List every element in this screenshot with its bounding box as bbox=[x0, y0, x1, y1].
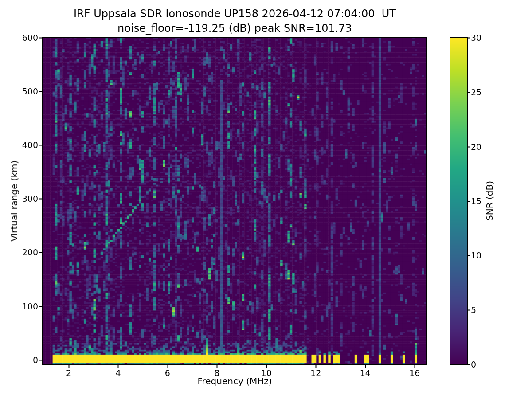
x-tick-label-8: 8 bbox=[214, 368, 219, 378]
x-tick-label-12: 12 bbox=[310, 368, 321, 378]
x-tick-label-16: 16 bbox=[409, 368, 420, 378]
colorbar-label: SNR (dB) bbox=[484, 181, 495, 221]
y-tick-label-300: 300 bbox=[0, 194, 38, 203]
x-tick-label-14: 14 bbox=[360, 368, 371, 378]
x-tick-label-6: 6 bbox=[165, 368, 170, 378]
y-tick-label-0: 0 bbox=[0, 355, 38, 365]
y-tick-label-100: 100 bbox=[0, 301, 38, 311]
y-tick-label-600: 600 bbox=[0, 33, 38, 43]
colorbar-tick-label-15: 15 bbox=[471, 196, 481, 206]
y-tick-label-400: 400 bbox=[0, 140, 38, 150]
ionogram-heatmap-canvas bbox=[0, 0, 532, 399]
ionogram-figure: IRF Uppsala SDR Ionosonde UP158 2026-04-… bbox=[0, 0, 532, 399]
colorbar-tick-label-10: 10 bbox=[471, 250, 481, 260]
x-tick-label-10: 10 bbox=[261, 368, 272, 378]
y-tick-label-200: 200 bbox=[0, 247, 38, 257]
colorbar-tick-label-0: 0 bbox=[471, 360, 476, 369]
colorbar-tick-label-5: 5 bbox=[471, 305, 476, 315]
x-tick-label-2: 2 bbox=[66, 368, 71, 378]
colorbar-tick-label-25: 25 bbox=[471, 87, 481, 97]
y-tick-label-500: 500 bbox=[0, 86, 38, 96]
figure-subtitle: noise_floor=-119.25 (dB) peak SNR=101.73 bbox=[43, 22, 426, 35]
x-tick-label-4: 4 bbox=[115, 368, 121, 378]
colorbar-tick-label-20: 20 bbox=[471, 142, 481, 152]
figure-title: IRF Uppsala SDR Ionosonde UP158 2026-04-… bbox=[43, 8, 426, 20]
colorbar-tick-label-30: 30 bbox=[471, 33, 481, 43]
